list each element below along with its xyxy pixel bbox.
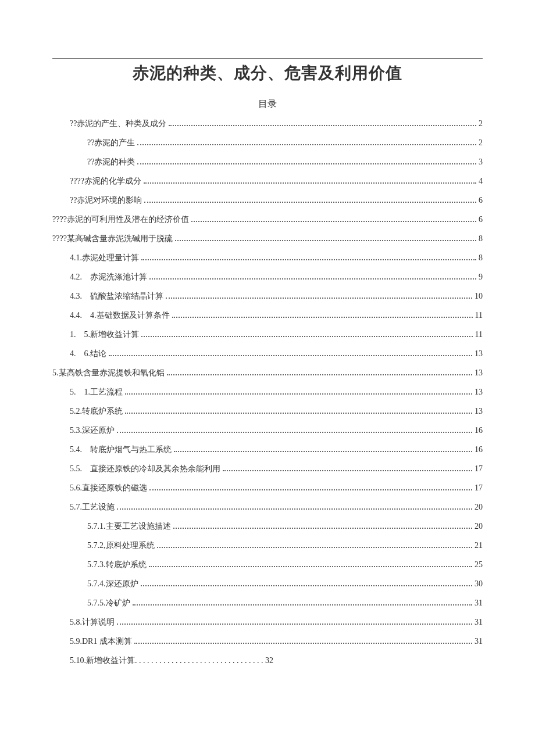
toc-entry-label: 5.4. 转底炉烟气与热工系统 [70,443,172,456]
toc-entry-label: 4. 6.结论 [70,347,106,360]
toc-leader-dots [137,141,476,145]
toc-leader-dots [144,179,476,184]
toc-entry-label: 5.7.工艺设施 [70,501,115,513]
toc-entry-label: 4.1.赤泥处理量计算 [70,252,139,264]
toc-leader-dots [125,409,472,414]
toc-entry-label: 5.6.直接还原铁的磁选 [70,482,147,494]
toc-entry-page: 31 [475,635,483,647]
toc-entry-page: 17 [475,482,483,494]
toc-entry[interactable]: 5.3.深还原炉16 [52,421,483,440]
toc-entry-label: 5.10.新增收益计算. . . . . . . . . . . . . . .… [70,654,273,667]
toc-entry[interactable]: 5.7.2,原料处理系统21 [52,536,483,555]
toc-entry-page: 16 [475,424,483,436]
toc-leader-dots [149,275,476,280]
toc-entry[interactable]: 5.7.3.转底炉系统25 [52,555,483,574]
toc-entry[interactable]: 5. 1.工艺流程13 [52,382,483,402]
toc-leader-dots [117,428,472,433]
toc-entry-page: 4 [479,175,483,187]
toc-entry-page: 13 [475,386,483,398]
toc-leader-dots [141,256,476,260]
toc-entry-page: 8 [479,252,483,264]
toc-leader-dots [166,294,472,299]
toc-entry[interactable]: 5.2.转底炉系统13 [52,402,483,421]
toc-entry[interactable]: 5.7.4.深还原炉30 [52,574,483,593]
toc-entry-page: 30 [475,578,483,590]
toc-leader-dots [133,601,473,605]
toc-leader-dots [173,524,473,529]
toc-leader-dots [125,390,472,395]
toc-entry[interactable]: 4.3. 硫酸盐浓缩结晶计算10 [52,286,483,306]
toc-entry-label: 4.4. 4.基础数据及计算条件 [70,309,170,321]
toc-leader-dots [141,332,473,337]
toc-leader-dots [117,620,472,625]
toc-entry[interactable]: 4. 6.结论13 [52,344,483,363]
toc-entry-page: 16 [475,443,483,456]
toc-entry[interactable]: 5.7.5.冷矿炉31 [52,593,483,612]
toc-entry-page: 2 [479,137,483,149]
toc-entry[interactable]: 5.10.新增收益计算. . . . . . . . . . . . . . .… [52,651,483,670]
toc-entry[interactable]: ??赤泥的产生、种类及成分2 [52,114,483,133]
toc-entry[interactable]: ????某高碱含量赤泥洗碱用于脱硫8 [52,229,483,248]
toc-leader-dots [109,352,472,356]
toc-leader-dots [149,486,472,490]
toc-entry-page: 17 [475,463,483,475]
toc-entry[interactable]: 4.1.赤泥处理量计算8 [52,248,483,267]
toc-entry-label: 5.9.DR1 成本测算 [70,635,132,647]
toc-entry-label: ??赤泥的产生 [87,137,135,149]
toc-entry-label: 4.3. 硫酸盐浓缩结晶计算 [70,290,163,302]
toc-entry-page: 20 [475,501,483,513]
toc-leader-dots [149,562,473,567]
toc-entry[interactable]: ????赤泥的可利用性及潜在的经济价值6 [52,210,483,229]
toc-entry[interactable]: 4.4. 4.基础数据及计算条件11 [52,306,483,325]
toc-leader-dots [223,467,472,471]
top-divider [52,58,483,59]
toc-entry-page: 13 [475,347,483,360]
toc-entry-label: 5.某高铁含量赤泥提铁和氧化铝 [52,367,165,379]
document-title: 赤泥的种类、成分、危害及利用价值 [52,62,483,84]
toc-leader-dots [172,313,473,318]
toc-entry[interactable]: 5.9.DR1 成本测算31 [52,632,483,651]
toc-entry-label: 5.7.5.冷矿炉 [87,597,130,609]
toc-entry-label: 5.7.3.转底炉系统 [87,558,147,571]
toc-entry-page: 21 [475,539,483,551]
toc-leader-dots [134,639,472,644]
toc-entry[interactable]: 5.7.1.主要工艺设施描述20 [52,517,483,536]
toc-entry-label: 5.7.2,原料处理系统 [87,539,155,551]
toc-leader-dots [157,543,473,548]
toc-entry-page: 8 [479,232,483,245]
toc-entry[interactable]: ????赤泥的化学成分4 [52,171,483,191]
toc-entry[interactable]: 1. 5.新增收益计算11 [52,325,483,344]
toc-entry-label: 5.5. 直接还原铁的冷却及其余热余能利用 [70,463,220,475]
toc-entry-label: ??赤泥的产生、种类及成分 [70,117,166,130]
toc-leader-dots [169,121,476,126]
toc-entry-label: ????赤泥的可利用性及潜在的经济价值 [52,213,189,225]
toc-entry-page: 6 [479,213,483,225]
toc-leader-dots [144,198,476,203]
toc-entry-page: 25 [475,558,483,571]
toc-entry[interactable]: 5.4. 转底炉烟气与热工系统16 [52,440,483,459]
toc-entry-label: 1. 5.新增收益计算 [70,328,139,341]
toc-leader-dots [141,582,473,586]
toc-entry[interactable]: 5.8.计算说明31 [52,612,483,632]
toc-entry[interactable]: 5.7.工艺设施20 [52,497,483,517]
toc-entry[interactable]: 5.6.直接还原铁的磁选17 [52,478,483,497]
toc-entry-label: 5.7.4.深还原炉 [87,578,138,590]
toc-leader-dots [167,371,473,375]
toc-entry[interactable]: ??赤泥对环境的影响6 [52,191,483,210]
toc-entry[interactable]: 4.2. 赤泥洗涤池计算9 [52,267,483,286]
toc-entry-label: 5.2.转底炉系统 [70,405,123,417]
toc-entry-page: 31 [475,616,483,628]
toc-entry-page: 10 [475,290,483,302]
toc-entry[interactable]: 5.某高铁含量赤泥提铁和氧化铝13 [52,363,483,382]
toc-entry-label: 5.3.深还原炉 [70,424,115,436]
toc-leader-dots [174,447,472,452]
toc-entry[interactable]: 5.5. 直接还原铁的冷却及其余热余能利用17 [52,459,483,478]
toc-entry-page: 9 [479,271,483,283]
toc-entry-page: 31 [475,597,483,609]
toc-entry-page: 11 [475,328,483,341]
toc-entry-label: ??赤泥的种类 [87,156,135,168]
toc-entry[interactable]: ??赤泥的种类3 [52,152,483,171]
toc-entry-page: 3 [479,156,483,168]
toc-entry-label: ??赤泥对环境的影响 [70,194,142,206]
toc-entry[interactable]: ??赤泥的产生2 [52,133,483,152]
